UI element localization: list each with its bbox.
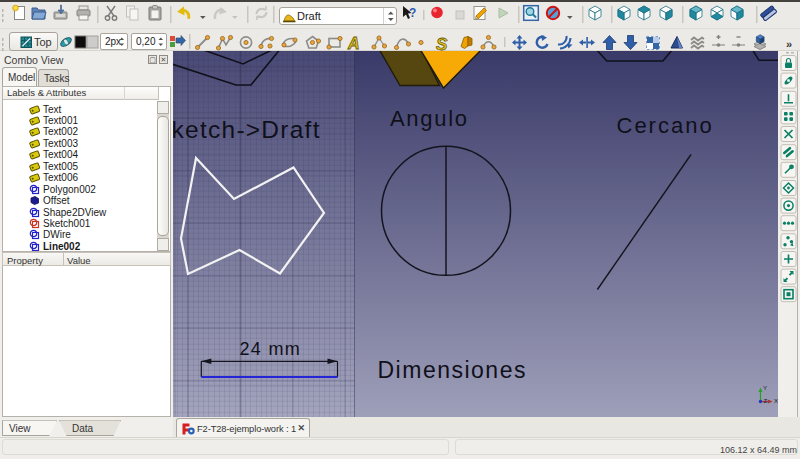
svg-text:?: ? bbox=[409, 6, 416, 20]
svg-text:Z: Z bbox=[764, 397, 768, 404]
svg-text:A: A bbox=[347, 35, 360, 52]
svg-text:S: S bbox=[436, 35, 448, 52]
svg-text:»: » bbox=[786, 38, 792, 50]
svg-text:Y: Y bbox=[763, 384, 767, 391]
